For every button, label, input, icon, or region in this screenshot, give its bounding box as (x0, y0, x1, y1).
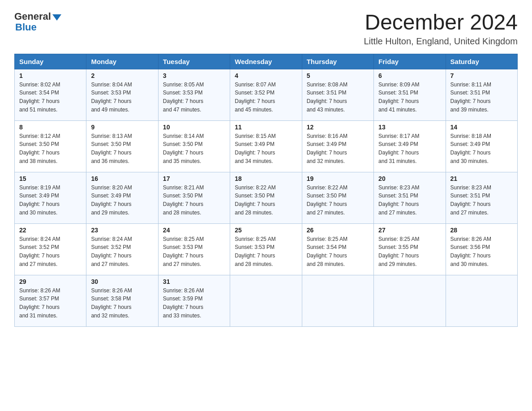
day-info: Sunrise: 8:07 AMSunset: 3:52 PMDaylight:… (235, 81, 275, 113)
calendar-week-2: 8 Sunrise: 8:12 AMSunset: 3:50 PMDayligh… (15, 120, 518, 172)
header-row: Sunday Monday Tuesday Wednesday Thursday… (15, 54, 518, 69)
calendar-cell: 10 Sunrise: 8:14 AMSunset: 3:50 PMDaylig… (158, 120, 230, 172)
day-info: Sunrise: 8:09 AMSunset: 3:51 PMDaylight:… (378, 81, 419, 113)
calendar-cell (302, 275, 373, 326)
logo: General Blue (14, 11, 61, 32)
day-number: 4 (235, 72, 297, 79)
calendar-cell: 5 Sunrise: 8:08 AMSunset: 3:51 PMDayligh… (302, 69, 373, 120)
logo-triangle-icon (52, 14, 61, 21)
calendar-cell (230, 275, 302, 326)
day-number: 10 (163, 124, 225, 131)
col-wednesday: Wednesday (230, 54, 302, 69)
calendar-cell: 8 Sunrise: 8:12 AMSunset: 3:50 PMDayligh… (15, 120, 86, 172)
day-info: Sunrise: 8:23 AMSunset: 3:51 PMDaylight:… (378, 184, 419, 216)
day-number: 5 (307, 72, 369, 79)
calendar-table: Sunday Monday Tuesday Wednesday Thursday… (14, 54, 518, 327)
calendar-cell: 6 Sunrise: 8:09 AMSunset: 3:51 PMDayligh… (374, 69, 446, 120)
day-info: Sunrise: 8:04 AMSunset: 3:53 PMDaylight:… (91, 81, 132, 113)
calendar-cell: 11 Sunrise: 8:15 AMSunset: 3:49 PMDaylig… (230, 120, 302, 172)
day-info: Sunrise: 8:26 AMSunset: 3:59 PMDaylight:… (163, 287, 204, 319)
calendar-cell: 28 Sunrise: 8:26 AMSunset: 3:56 PMDaylig… (446, 223, 517, 275)
day-number: 24 (163, 227, 225, 234)
day-number: 14 (450, 124, 513, 131)
day-number: 26 (307, 227, 369, 234)
col-monday: Monday (86, 54, 158, 69)
calendar-cell: 21 Sunrise: 8:23 AMSunset: 3:51 PMDaylig… (446, 172, 517, 223)
calendar-cell: 31 Sunrise: 8:26 AMSunset: 3:59 PMDaylig… (158, 275, 230, 326)
day-number: 11 (235, 124, 297, 131)
calendar-week-1: 1 Sunrise: 8:02 AMSunset: 3:54 PMDayligh… (15, 69, 518, 120)
calendar-cell: 15 Sunrise: 8:19 AMSunset: 3:49 PMDaylig… (15, 172, 86, 223)
day-info: Sunrise: 8:05 AMSunset: 3:53 PMDaylight:… (163, 81, 204, 113)
calendar-cell: 24 Sunrise: 8:25 AMSunset: 3:53 PMDaylig… (158, 223, 230, 275)
col-saturday: Saturday (446, 54, 517, 69)
col-sunday: Sunday (15, 54, 86, 69)
day-number: 3 (163, 72, 225, 79)
day-info: Sunrise: 8:17 AMSunset: 3:49 PMDaylight:… (378, 133, 419, 164)
day-number: 15 (19, 175, 82, 182)
day-number: 21 (450, 175, 513, 182)
day-info: Sunrise: 8:20 AMSunset: 3:49 PMDaylight:… (91, 184, 132, 216)
calendar-cell: 17 Sunrise: 8:21 AMSunset: 3:50 PMDaylig… (158, 172, 230, 223)
day-number: 16 (91, 175, 153, 182)
day-info: Sunrise: 8:11 AMSunset: 3:51 PMDaylight:… (450, 81, 491, 113)
day-info: Sunrise: 8:18 AMSunset: 3:49 PMDaylight:… (450, 133, 491, 164)
day-number: 12 (307, 124, 369, 131)
calendar-cell: 18 Sunrise: 8:22 AMSunset: 3:50 PMDaylig… (230, 172, 302, 223)
day-number: 2 (91, 72, 153, 79)
calendar-cell: 14 Sunrise: 8:18 AMSunset: 3:49 PMDaylig… (446, 120, 517, 172)
calendar-cell: 2 Sunrise: 8:04 AMSunset: 3:53 PMDayligh… (86, 69, 158, 120)
calendar-cell: 27 Sunrise: 8:25 AMSunset: 3:55 PMDaylig… (374, 223, 446, 275)
col-tuesday: Tuesday (158, 54, 230, 69)
calendar-cell: 7 Sunrise: 8:11 AMSunset: 3:51 PMDayligh… (446, 69, 517, 120)
day-number: 6 (378, 72, 441, 79)
calendar-cell: 25 Sunrise: 8:25 AMSunset: 3:53 PMDaylig… (230, 223, 302, 275)
day-info: Sunrise: 8:13 AMSunset: 3:50 PMDaylight:… (91, 133, 132, 164)
day-number: 8 (19, 124, 82, 131)
day-number: 23 (91, 227, 153, 234)
col-thursday: Thursday (302, 54, 373, 69)
day-info: Sunrise: 8:14 AMSunset: 3:50 PMDaylight:… (163, 133, 204, 164)
day-info: Sunrise: 8:26 AMSunset: 3:56 PMDaylight:… (450, 236, 491, 267)
day-info: Sunrise: 8:12 AMSunset: 3:50 PMDaylight:… (19, 133, 60, 164)
day-info: Sunrise: 8:25 AMSunset: 3:53 PMDaylight:… (235, 236, 275, 267)
day-info: Sunrise: 8:24 AMSunset: 3:52 PMDaylight:… (19, 236, 60, 267)
calendar-cell: 16 Sunrise: 8:20 AMSunset: 3:49 PMDaylig… (86, 172, 158, 223)
day-info: Sunrise: 8:25 AMSunset: 3:53 PMDaylight:… (163, 236, 204, 267)
day-info: Sunrise: 8:24 AMSunset: 3:52 PMDaylight:… (91, 236, 132, 267)
day-number: 20 (378, 175, 441, 182)
location-title: Little Hulton, England, United Kingdom (364, 36, 518, 47)
day-info: Sunrise: 8:02 AMSunset: 3:54 PMDaylight:… (19, 81, 60, 113)
calendar-cell: 3 Sunrise: 8:05 AMSunset: 3:53 PMDayligh… (158, 69, 230, 120)
day-info: Sunrise: 8:08 AMSunset: 3:51 PMDaylight:… (307, 81, 348, 113)
calendar-cell: 19 Sunrise: 8:22 AMSunset: 3:50 PMDaylig… (302, 172, 373, 223)
day-number: 18 (235, 175, 297, 182)
day-number: 31 (163, 278, 225, 285)
day-number: 9 (91, 124, 153, 131)
calendar-week-3: 15 Sunrise: 8:19 AMSunset: 3:49 PMDaylig… (15, 172, 518, 223)
calendar-week-4: 22 Sunrise: 8:24 AMSunset: 3:52 PMDaylig… (15, 223, 518, 275)
calendar-cell: 26 Sunrise: 8:25 AMSunset: 3:54 PMDaylig… (302, 223, 373, 275)
day-info: Sunrise: 8:25 AMSunset: 3:55 PMDaylight:… (378, 236, 419, 267)
day-number: 25 (235, 227, 297, 234)
day-number: 17 (163, 175, 225, 182)
day-info: Sunrise: 8:22 AMSunset: 3:50 PMDaylight:… (235, 184, 275, 216)
day-number: 13 (378, 124, 441, 131)
calendar-cell: 20 Sunrise: 8:23 AMSunset: 3:51 PMDaylig… (374, 172, 446, 223)
day-info: Sunrise: 8:25 AMSunset: 3:54 PMDaylight:… (307, 236, 348, 267)
calendar-header: Sunday Monday Tuesday Wednesday Thursday… (15, 54, 518, 69)
logo-text-general: General (14, 11, 51, 22)
day-number: 19 (307, 175, 369, 182)
day-info: Sunrise: 8:16 AMSunset: 3:49 PMDaylight:… (307, 133, 348, 164)
calendar-cell (446, 275, 517, 326)
day-number: 22 (19, 227, 82, 234)
calendar-cell: 4 Sunrise: 8:07 AMSunset: 3:52 PMDayligh… (230, 69, 302, 120)
calendar-cell: 23 Sunrise: 8:24 AMSunset: 3:52 PMDaylig… (86, 223, 158, 275)
day-info: Sunrise: 8:15 AMSunset: 3:49 PMDaylight:… (235, 133, 275, 164)
calendar-cell: 30 Sunrise: 8:26 AMSunset: 3:58 PMDaylig… (86, 275, 158, 326)
day-number: 29 (19, 278, 82, 285)
calendar-cell: 13 Sunrise: 8:17 AMSunset: 3:49 PMDaylig… (374, 120, 446, 172)
calendar-cell: 29 Sunrise: 8:26 AMSunset: 3:57 PMDaylig… (15, 275, 86, 326)
calendar-cell: 1 Sunrise: 8:02 AMSunset: 3:54 PMDayligh… (15, 69, 86, 120)
day-info: Sunrise: 8:19 AMSunset: 3:49 PMDaylight:… (19, 184, 60, 216)
